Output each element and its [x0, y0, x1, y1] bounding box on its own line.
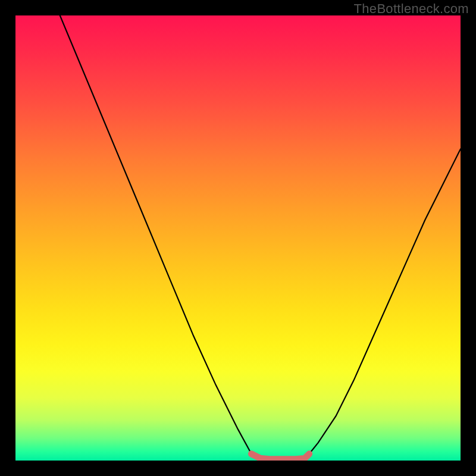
optimal-zone-marker: [251, 454, 309, 459]
plot-area: [15, 15, 461, 461]
watermark-text: TheBottleneck.com: [354, 1, 469, 17]
chart-svg: [15, 15, 461, 461]
chart-frame: TheBottleneck.com: [0, 0, 476, 476]
left-curve: [60, 15, 261, 458]
right-curve: [300, 149, 461, 458]
